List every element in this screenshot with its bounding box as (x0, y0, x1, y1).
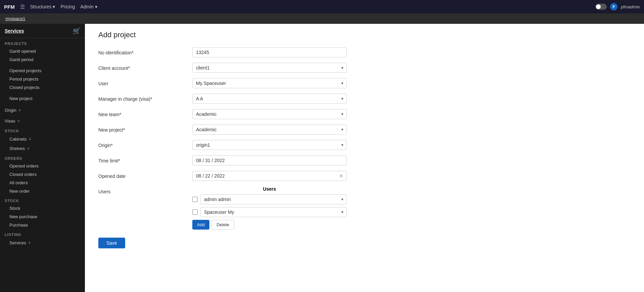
input-opened-date[interactable] (192, 171, 347, 181)
sidebar-item-services[interactable]: Services + (0, 238, 85, 247)
sidebar-item-shelves[interactable]: Shelves + (0, 144, 85, 153)
add-user-button[interactable]: Add (192, 220, 209, 230)
page-title: Add project (98, 31, 631, 39)
sidebar-item-period-projects[interactable]: Period projects (0, 75, 85, 83)
user-checkbox-1[interactable] (192, 197, 198, 202)
field-time-limit: Time limit* (98, 155, 631, 165)
delete-user-button[interactable]: Delete (211, 220, 234, 230)
sidebar-item-origin[interactable]: Origin + (0, 105, 85, 115)
input-time-limit[interactable] (192, 155, 347, 165)
sidebar-item-stock[interactable]: Stock (0, 204, 85, 212)
select-new-project[interactable]: Academic (192, 125, 347, 135)
top-nav: PFM ☰ Structures ▾ Pricing Admin ▾ P pfm… (0, 0, 644, 13)
select-user-1[interactable]: admin admin (200, 194, 347, 204)
section-label-stock1: STOCK (0, 126, 85, 134)
field-new-project: New project* Academic ▾ (98, 125, 631, 135)
field-manager: Manager in charge (visa)* A A ▾ (98, 94, 631, 104)
label-users: Users (98, 186, 192, 194)
label-new-team: New team* (98, 109, 192, 117)
field-new-team: New team* Academic ▾ (98, 109, 631, 119)
cabinets-plus-icon[interactable]: + (29, 136, 31, 142)
cart-icon: 🛒 (73, 27, 80, 35)
sidebar-item-closed-orders[interactable]: Closed orders (0, 170, 85, 179)
section-label-listing: LISTING (0, 229, 85, 238)
brand-logo: PFM (4, 4, 15, 10)
sidebar-item-cabinets[interactable]: Cabinets + (0, 134, 85, 144)
services-label: Services (9, 240, 26, 245)
select-wrap-client-account: client1 ▾ (192, 63, 347, 73)
hamburger-icon[interactable]: ☰ (20, 4, 25, 10)
label-manager: Manager in charge (visa)* (98, 94, 192, 102)
input-wrap-opened-date: ✕ (192, 171, 347, 181)
breadcrumb-link[interactable]: myspace1 (5, 16, 25, 21)
main-content: Add project No identification* Client ac… (85, 24, 644, 292)
sidebar-item-closed-projects[interactable]: Closed projects (0, 83, 85, 92)
sidebar-item-gantt-period[interactable]: Gantt period (0, 55, 85, 64)
select-manager[interactable]: A A (192, 94, 347, 104)
visas-plus-icon[interactable]: + (17, 118, 20, 124)
new-team-select-wrap: Academic ▾ (192, 109, 347, 119)
nav-pricing[interactable]: Pricing (60, 4, 75, 9)
user2-select-wrap: Spaceuser My ▾ (200, 207, 347, 217)
select-wrap-user: My Spaceuser ▾ (192, 78, 347, 88)
user-row-2: Spaceuser My ▾ (192, 207, 347, 217)
theme-toggle[interactable] (595, 4, 607, 10)
select-origin[interactable]: origin1 (192, 140, 347, 150)
field-no-identification: No identification* (98, 47, 631, 57)
field-user: User My Spaceuser ▾ (98, 78, 631, 88)
select-wrap-new-project: Academic ▾ (192, 125, 347, 135)
nav-right: P pfmadmin (595, 3, 640, 10)
field-client-account: Client account* client1 ▾ (98, 63, 631, 73)
label-new-project: New project* (98, 125, 192, 133)
input-no-identification[interactable] (192, 47, 347, 57)
section-label-projects: PROJECTS (0, 38, 85, 47)
field-opened-date: Opened date ✕ (98, 171, 631, 181)
users-table-header: Users (192, 186, 347, 192)
select-client-account[interactable]: client1 (192, 63, 347, 73)
cabinets-label: Cabinets (9, 137, 27, 142)
select-user[interactable]: My Spaceuser (192, 78, 347, 88)
sidebar-item-new-project[interactable]: New project (0, 94, 85, 103)
users-section: Users admin admin ▾ Spaceuser My (192, 186, 347, 230)
user-avatar: P (610, 3, 617, 10)
save-section: Save (98, 238, 631, 248)
sidebar-item-purchase[interactable]: Purchase (0, 221, 85, 229)
section-label-orders: ORDERS (0, 153, 85, 162)
label-no-identification: No identification* (98, 47, 192, 55)
clear-date-icon[interactable]: ✕ (339, 173, 343, 179)
visas-label: Visas (5, 118, 15, 124)
save-button[interactable]: Save (98, 238, 125, 248)
select-wrap-manager: A A ▾ (192, 94, 347, 104)
shelves-plus-icon[interactable]: + (27, 146, 30, 151)
shelves-label: Shelves (9, 146, 25, 151)
new-project-select-wrap: Academic ▾ (192, 125, 347, 135)
manager-select-wrap: A A ▾ (192, 94, 347, 104)
label-client-account: Client account* (98, 63, 192, 71)
sidebar-item-gantt-opened[interactable]: Gantt opened (0, 47, 85, 55)
field-origin: Origin* origin1 ▾ (98, 140, 631, 150)
sidebar-title[interactable]: Services (5, 28, 24, 34)
main-layout: Services 🛒 PROJECTS Gantt opened Gantt p… (0, 24, 644, 292)
sidebar-item-visas[interactable]: Visas + (0, 116, 85, 126)
sidebar-header: Services 🛒 (0, 24, 85, 38)
users-buttons: Add Delete (192, 220, 347, 230)
nav-structures[interactable]: Structures ▾ (30, 4, 55, 9)
sidebar-item-opened-orders[interactable]: Opened orders (0, 162, 85, 170)
origin-label: Origin (5, 108, 16, 113)
sidebar-item-opened-projects[interactable]: Opened projects (0, 66, 85, 75)
user-checkbox-2[interactable] (192, 209, 198, 215)
nav-admin[interactable]: Admin ▾ (80, 4, 97, 9)
select-user-2[interactable]: Spaceuser My (200, 207, 347, 217)
date-wrap-opened-date: ✕ (192, 171, 347, 181)
sidebar-item-new-order[interactable]: New order (0, 187, 85, 195)
origin-plus-icon[interactable]: + (18, 107, 21, 113)
services-plus-icon[interactable]: + (28, 240, 31, 245)
sidebar: Services 🛒 PROJECTS Gantt opened Gantt p… (0, 24, 85, 292)
sidebar-item-all-orders[interactable]: All orders (0, 179, 85, 187)
input-wrap-no-identification (192, 47, 347, 57)
input-wrap-time-limit (192, 155, 347, 165)
sidebar-item-new-purchase[interactable]: New purchase (0, 212, 85, 221)
select-new-team[interactable]: Academic (192, 109, 347, 119)
select-wrap-origin: origin1 ▾ (192, 140, 347, 150)
label-origin: Origin* (98, 140, 192, 148)
